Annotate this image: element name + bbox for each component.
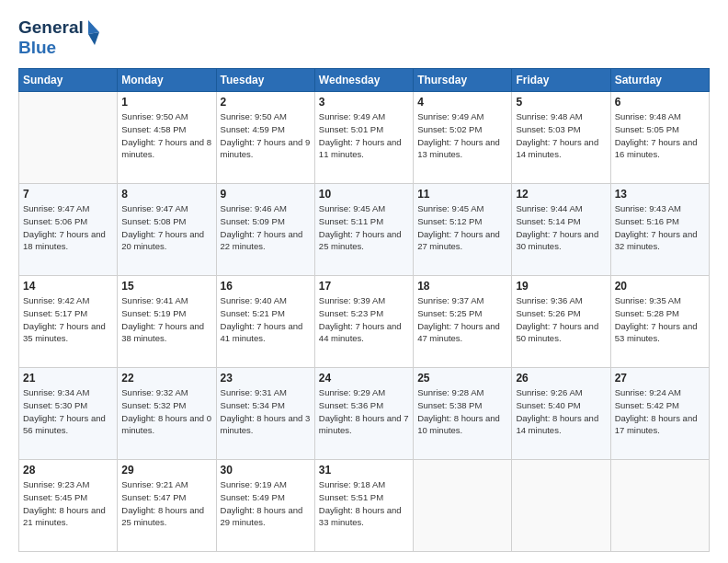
calendar-cell: 13Sunrise: 9:43 AMSunset: 5:16 PMDayligh…	[610, 184, 709, 276]
calendar-week-4: 21Sunrise: 9:34 AMSunset: 5:30 PMDayligh…	[19, 368, 710, 460]
calendar-cell: 31Sunrise: 9:18 AMSunset: 5:51 PMDayligh…	[314, 460, 413, 552]
day-number: 9	[221, 188, 311, 201]
cell-info: Sunrise: 9:32 AMSunset: 5:32 PMDaylight:…	[121, 387, 211, 435]
calendar-cell: 7Sunrise: 9:47 AMSunset: 5:06 PMDaylight…	[19, 184, 118, 276]
cell-info: Sunrise: 9:44 AMSunset: 5:14 PMDaylight:…	[516, 203, 598, 251]
calendar-week-2: 7Sunrise: 9:47 AMSunset: 5:06 PMDaylight…	[19, 184, 710, 276]
calendar-cell	[414, 460, 512, 552]
day-number: 19	[516, 280, 606, 293]
day-number: 29	[121, 464, 211, 477]
calendar-table: SundayMondayTuesdayWednesdayThursdayFrid…	[18, 68, 710, 552]
calendar-cell: 27Sunrise: 9:24 AMSunset: 5:42 PMDayligh…	[610, 368, 709, 460]
svg-marker-2	[88, 20, 99, 34]
calendar-cell: 21Sunrise: 9:34 AMSunset: 5:30 PMDayligh…	[19, 368, 118, 460]
day-number: 2	[221, 96, 311, 109]
day-header-sunday: Sunday	[19, 69, 118, 92]
logo: General Blue	[18, 15, 101, 59]
calendar-cell: 6Sunrise: 9:48 AMSunset: 5:05 PMDaylight…	[610, 92, 709, 184]
day-number: 17	[319, 280, 409, 293]
calendar-cell: 15Sunrise: 9:41 AMSunset: 5:19 PMDayligh…	[118, 276, 216, 368]
calendar-cell: 1Sunrise: 9:50 AMSunset: 4:58 PMDaylight…	[118, 92, 216, 184]
calendar-cell: 2Sunrise: 9:50 AMSunset: 4:59 PMDaylight…	[216, 92, 314, 184]
cell-info: Sunrise: 9:37 AMSunset: 5:25 PMDaylight:…	[417, 295, 500, 343]
cell-info: Sunrise: 9:50 AMSunset: 4:59 PMDaylight:…	[221, 111, 311, 159]
cell-info: Sunrise: 9:47 AMSunset: 5:06 PMDaylight:…	[23, 203, 106, 251]
cell-info: Sunrise: 9:42 AMSunset: 5:17 PMDaylight:…	[23, 295, 106, 343]
day-header-friday: Friday	[512, 69, 610, 92]
calendar-cell	[512, 460, 610, 552]
day-number: 22	[121, 372, 211, 385]
day-number: 23	[221, 372, 311, 385]
day-number: 31	[319, 464, 409, 477]
calendar-cell	[610, 460, 709, 552]
day-number: 18	[417, 280, 507, 293]
day-number: 15	[121, 280, 211, 293]
calendar-cell: 24Sunrise: 9:29 AMSunset: 5:36 PMDayligh…	[314, 368, 413, 460]
cell-info: Sunrise: 9:28 AMSunset: 5:38 PMDaylight:…	[417, 387, 500, 435]
calendar-cell: 23Sunrise: 9:31 AMSunset: 5:34 PMDayligh…	[216, 368, 314, 460]
calendar-cell: 20Sunrise: 9:35 AMSunset: 5:28 PMDayligh…	[610, 276, 709, 368]
day-number: 26	[516, 372, 606, 385]
day-header-saturday: Saturday	[610, 69, 709, 92]
cell-info: Sunrise: 9:21 AMSunset: 5:47 PMDaylight:…	[121, 479, 204, 527]
day-number: 14	[23, 280, 113, 293]
calendar-week-5: 28Sunrise: 9:23 AMSunset: 5:45 PMDayligh…	[19, 460, 710, 552]
day-number: 24	[319, 372, 409, 385]
day-number: 30	[221, 464, 311, 477]
day-number: 5	[516, 96, 606, 109]
calendar-cell: 25Sunrise: 9:28 AMSunset: 5:38 PMDayligh…	[414, 368, 512, 460]
calendar-cell: 16Sunrise: 9:40 AMSunset: 5:21 PMDayligh…	[216, 276, 314, 368]
calendar-cell: 10Sunrise: 9:45 AMSunset: 5:11 PMDayligh…	[314, 184, 413, 276]
cell-info: Sunrise: 9:34 AMSunset: 5:30 PMDaylight:…	[23, 387, 106, 435]
cell-info: Sunrise: 9:31 AMSunset: 5:34 PMDaylight:…	[221, 387, 311, 435]
cell-info: Sunrise: 9:26 AMSunset: 5:40 PMDaylight:…	[516, 387, 598, 435]
cell-info: Sunrise: 9:49 AMSunset: 5:02 PMDaylight:…	[417, 111, 500, 159]
calendar-cell: 19Sunrise: 9:36 AMSunset: 5:26 PMDayligh…	[512, 276, 610, 368]
calendar-cell: 4Sunrise: 9:49 AMSunset: 5:02 PMDaylight…	[414, 92, 512, 184]
calendar-cell: 28Sunrise: 9:23 AMSunset: 5:45 PMDayligh…	[19, 460, 118, 552]
cell-info: Sunrise: 9:35 AMSunset: 5:28 PMDaylight:…	[615, 295, 698, 343]
calendar-cell: 5Sunrise: 9:48 AMSunset: 5:03 PMDaylight…	[512, 92, 610, 184]
calendar-cell	[19, 92, 118, 184]
cell-info: Sunrise: 9:50 AMSunset: 4:58 PMDaylight:…	[121, 111, 211, 159]
logo-graphic: General Blue	[18, 15, 101, 59]
day-number: 25	[417, 372, 507, 385]
calendar-cell: 18Sunrise: 9:37 AMSunset: 5:25 PMDayligh…	[414, 276, 512, 368]
day-number: 1	[121, 96, 211, 109]
calendar-cell: 14Sunrise: 9:42 AMSunset: 5:17 PMDayligh…	[19, 276, 118, 368]
day-number: 13	[615, 188, 705, 201]
cell-info: Sunrise: 9:29 AMSunset: 5:36 PMDaylight:…	[319, 387, 409, 435]
calendar-cell: 17Sunrise: 9:39 AMSunset: 5:23 PMDayligh…	[314, 276, 413, 368]
calendar-cell: 8Sunrise: 9:47 AMSunset: 5:08 PMDaylight…	[118, 184, 216, 276]
day-number: 11	[417, 188, 507, 201]
calendar-header-row: SundayMondayTuesdayWednesdayThursdayFrid…	[19, 69, 710, 92]
day-header-tuesday: Tuesday	[216, 69, 314, 92]
cell-info: Sunrise: 9:40 AMSunset: 5:21 PMDaylight:…	[221, 295, 303, 343]
calendar-cell: 3Sunrise: 9:49 AMSunset: 5:01 PMDaylight…	[314, 92, 413, 184]
cell-info: Sunrise: 9:18 AMSunset: 5:51 PMDaylight:…	[319, 479, 402, 527]
cell-info: Sunrise: 9:45 AMSunset: 5:11 PMDaylight:…	[319, 203, 402, 251]
calendar-cell: 9Sunrise: 9:46 AMSunset: 5:09 PMDaylight…	[216, 184, 314, 276]
cell-info: Sunrise: 9:24 AMSunset: 5:42 PMDaylight:…	[615, 387, 698, 435]
cell-info: Sunrise: 9:48 AMSunset: 5:03 PMDaylight:…	[516, 111, 598, 159]
calendar-cell: 12Sunrise: 9:44 AMSunset: 5:14 PMDayligh…	[512, 184, 610, 276]
day-number: 16	[221, 280, 311, 293]
day-number: 8	[121, 188, 211, 201]
day-number: 27	[615, 372, 705, 385]
day-number: 7	[23, 188, 113, 201]
day-number: 12	[516, 188, 606, 201]
svg-text:General: General	[18, 17, 84, 37]
day-number: 20	[615, 280, 705, 293]
calendar-cell: 29Sunrise: 9:21 AMSunset: 5:47 PMDayligh…	[118, 460, 216, 552]
calendar-week-3: 14Sunrise: 9:42 AMSunset: 5:17 PMDayligh…	[19, 276, 710, 368]
cell-info: Sunrise: 9:39 AMSunset: 5:23 PMDaylight:…	[319, 295, 402, 343]
day-header-wednesday: Wednesday	[314, 69, 413, 92]
day-number: 10	[319, 188, 409, 201]
cell-info: Sunrise: 9:45 AMSunset: 5:12 PMDaylight:…	[417, 203, 500, 251]
cell-info: Sunrise: 9:49 AMSunset: 5:01 PMDaylight:…	[319, 111, 402, 159]
cell-info: Sunrise: 9:47 AMSunset: 5:08 PMDaylight:…	[121, 203, 204, 251]
day-header-monday: Monday	[118, 69, 216, 92]
calendar-cell: 22Sunrise: 9:32 AMSunset: 5:32 PMDayligh…	[118, 368, 216, 460]
cell-info: Sunrise: 9:36 AMSunset: 5:26 PMDaylight:…	[516, 295, 598, 343]
day-number: 6	[615, 96, 705, 109]
